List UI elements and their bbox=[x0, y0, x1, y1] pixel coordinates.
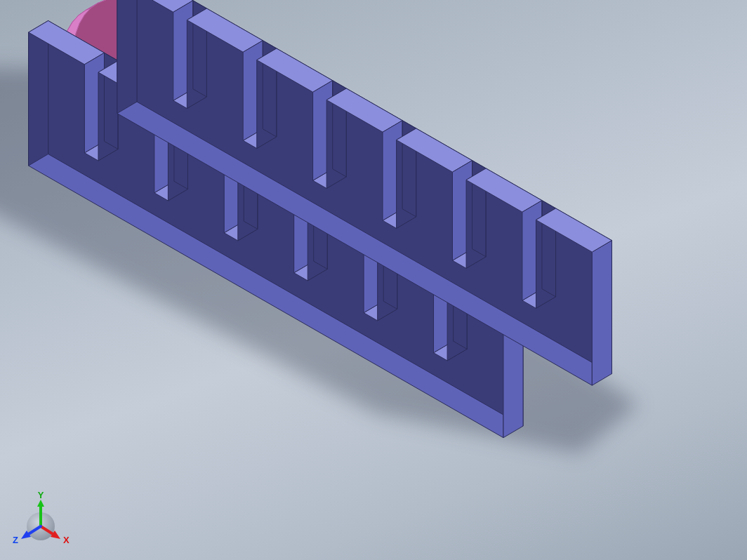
axis-x-label: X bbox=[63, 535, 70, 545]
svg-marker-2 bbox=[29, 21, 48, 166]
svg-marker-35 bbox=[117, 0, 137, 114]
cad-viewport[interactable]: Y X Z bbox=[0, 0, 747, 560]
model-render bbox=[0, 0, 747, 560]
svg-marker-67 bbox=[37, 500, 44, 507]
svg-marker-34 bbox=[592, 241, 612, 386]
axis-y-label: Y bbox=[38, 490, 44, 500]
orientation-triad[interactable]: Y X Z bbox=[13, 494, 69, 550]
axis-z-label: Z bbox=[13, 535, 18, 545]
